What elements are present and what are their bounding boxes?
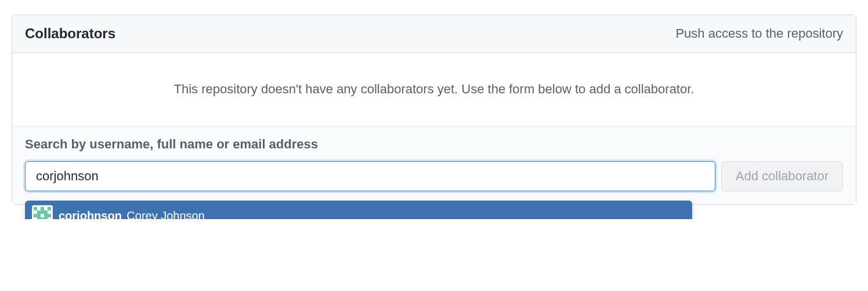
search-label: Search by username, full name or email a… xyxy=(25,137,843,152)
search-row: Add collaborator xyxy=(25,161,843,191)
empty-collaborators-message: This repository doesn't have any collabo… xyxy=(25,82,843,97)
collaborators-panel: Collaborators Push access to the reposit… xyxy=(12,14,856,205)
panel-footer: Search by username, full name or email a… xyxy=(12,126,856,204)
panel-title: Collaborators xyxy=(25,26,115,42)
panel-header: Collaborators Push access to the reposit… xyxy=(12,15,856,53)
avatar-identicon-icon xyxy=(32,205,53,219)
autocomplete-dropdown: corjohnson Corey Johnson xyxy=(25,201,692,219)
autocomplete-item[interactable]: corjohnson Corey Johnson xyxy=(25,201,692,219)
collaborator-search-input[interactable] xyxy=(25,161,715,191)
autocomplete-fullname: Corey Johnson xyxy=(126,209,205,220)
panel-subtitle: Push access to the repository xyxy=(675,26,843,41)
add-collaborator-button[interactable]: Add collaborator xyxy=(721,161,843,191)
panel-body: This repository doesn't have any collabo… xyxy=(12,53,856,126)
autocomplete-username: corjohnson xyxy=(59,209,122,220)
